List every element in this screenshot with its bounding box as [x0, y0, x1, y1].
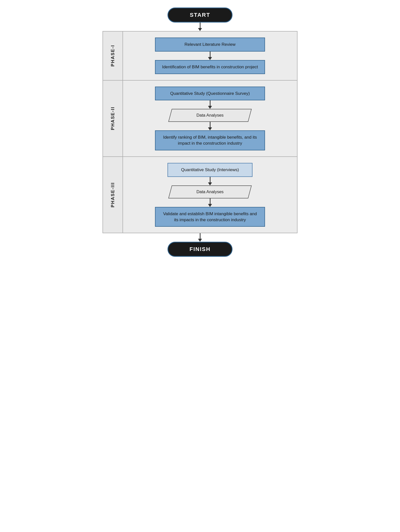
phase-1-row: PHASE-I Relevant Literature Review Ident…	[103, 32, 297, 81]
step-lit-review: Relevant Literature Review	[155, 38, 265, 52]
arrow-p2-1	[208, 100, 212, 109]
phase-1-label: PHASE-I	[110, 45, 116, 67]
phase-3-label: PHASE-III	[110, 182, 116, 207]
phase-2-label: PHASE-II	[110, 107, 116, 130]
step-data-analyses-2: Data Analyses	[168, 185, 252, 198]
step-quant-survey: Quantitative Study (Questionnaire Survey…	[155, 87, 265, 101]
arrow-p3-1	[208, 177, 212, 185]
phase-3-content: Quantitative Study (Interviews) Data Ana…	[123, 157, 297, 233]
phase-3-label-col: PHASE-III	[103, 157, 123, 233]
phase-2-row: PHASE-II Quantitative Study (Questionnai…	[103, 81, 297, 157]
step-bim-ranking: Identify ranking of BIM, intangible bene…	[155, 130, 265, 150]
arrow-p1-1	[208, 52, 212, 60]
parallelogram-wrapper-2: Data Analyses	[155, 185, 265, 198]
arrow-start-to-phases	[198, 23, 202, 31]
phase-3-row: PHASE-III Quantitative Study (Interviews…	[103, 157, 297, 233]
finish-node: FINISH	[168, 242, 232, 257]
step-bim-identification: Identification of BIM benefits in constr…	[155, 60, 265, 74]
start-node: START	[168, 8, 232, 23]
step-validate-bim: Validate and establish BIM intangible be…	[155, 207, 265, 227]
phase-2-content: Quantitative Study (Questionnaire Survey…	[123, 81, 297, 156]
phases-container: PHASE-I Relevant Literature Review Ident…	[102, 31, 298, 233]
phase-2-label-col: PHASE-II	[103, 81, 123, 156]
phase-1-content: Relevant Literature Review Identificatio…	[123, 32, 297, 80]
arrow-p3-2	[208, 198, 212, 207]
phase-1-label-col: PHASE-I	[103, 32, 123, 80]
step-quant-interviews: Quantitative Study (Interviews)	[168, 163, 252, 177]
parallelogram-wrapper-1: Data Analyses	[155, 109, 265, 122]
step-data-analyses-1: Data Analyses	[168, 109, 252, 122]
arrow-p2-2	[208, 122, 212, 130]
arrow-phases-to-finish	[198, 233, 202, 242]
diagram-wrapper: START PHASE-I Relevant Literature Review…	[102, 8, 298, 257]
